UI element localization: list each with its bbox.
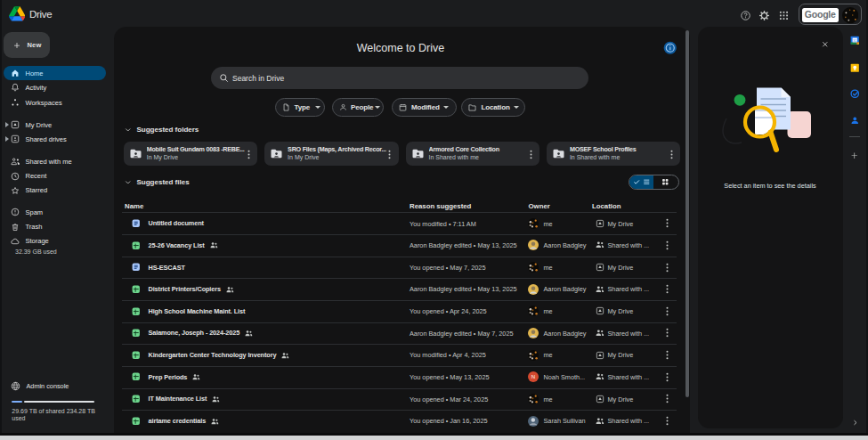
svg-text:31: 31 xyxy=(853,38,856,43)
svg-text:N: N xyxy=(531,374,535,379)
